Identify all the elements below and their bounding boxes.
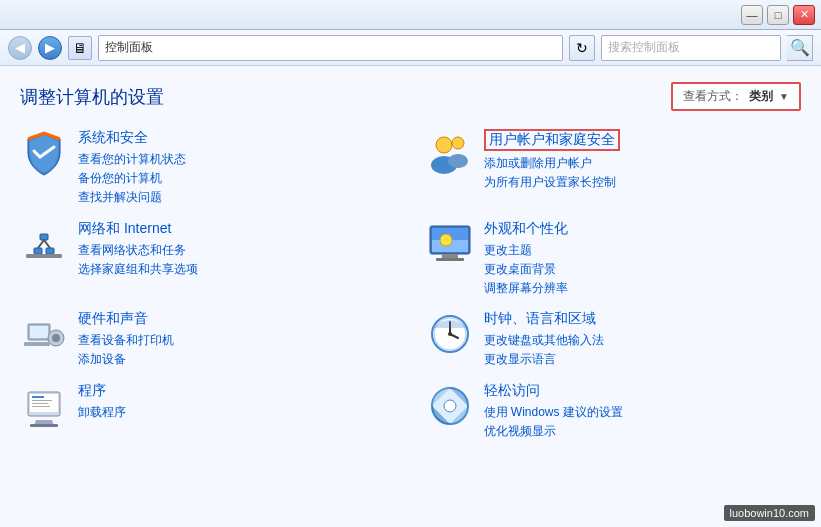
svg-rect-20 [24,342,50,346]
svg-rect-4 [34,248,42,254]
svg-rect-14 [436,258,464,261]
svg-rect-13 [442,254,458,258]
view-mode-label: 查看方式： [683,88,743,105]
hardware-title-link[interactable]: 硬件和声音 [78,310,396,328]
svg-rect-5 [46,248,54,254]
easy-icon [426,382,474,430]
programs-title-link[interactable]: 程序 [78,382,396,400]
category-user: 用户帐户和家庭安全 添加或删除用户帐户 为所有用户设置家长控制 [426,129,802,208]
address-bar[interactable]: 控制面板 [98,35,563,61]
category-hardware: 硬件和声音 查看设备和打印机 添加设备 [20,310,396,369]
address-text: 控制面板 [105,39,153,56]
title-bar: — □ ✕ [0,0,821,30]
hardware-sub1-link[interactable]: 查看设备和打印机 [78,331,396,350]
nav-icon: 🖥 [68,36,92,60]
view-mode-selector[interactable]: 查看方式： 类别 ▼ [671,82,801,111]
appearance-sub1-link[interactable]: 更改主题 [484,241,802,260]
appearance-sub3-link[interactable]: 调整屏幕分辨率 [484,279,802,298]
security-sub2-link[interactable]: 备份您的计算机 [78,169,396,188]
network-title-link[interactable]: 网络和 Internet [78,220,396,238]
svg-rect-32 [30,424,58,427]
svg-line-8 [44,240,50,248]
easy-sub1-link[interactable]: 使用 Windows 建议的设置 [484,403,802,422]
svg-rect-31 [32,406,50,407]
svg-point-34 [444,400,456,412]
category-appearance-text: 外观和个性化 更改主题 更改桌面背景 调整屏幕分辨率 [484,220,802,299]
svg-rect-29 [32,400,52,401]
maximize-button[interactable]: □ [767,5,789,25]
svg-point-25 [448,332,452,336]
category-clock-text: 时钟、语言和区域 更改键盘或其他输入法 更改显示语言 [484,310,802,369]
appearance-sub2-link[interactable]: 更改桌面背景 [484,260,802,279]
chevron-down-icon: ▼ [779,91,789,102]
svg-line-7 [38,240,44,248]
security-icon [20,129,68,177]
easy-title-link[interactable]: 轻松访问 [484,382,802,400]
appearance-title-link[interactable]: 外观和个性化 [484,220,802,238]
security-title-link[interactable]: 系统和安全 [78,129,396,147]
svg-rect-9 [26,254,62,258]
page-title: 调整计算机的设置 [20,85,164,109]
network-icon [20,220,68,268]
svg-point-15 [440,234,452,246]
svg-point-3 [448,154,468,168]
category-user-text: 用户帐户和家庭安全 添加或删除用户帐户 为所有用户设置家长控制 [484,129,802,192]
search-placeholder-text: 搜索控制面板 [608,39,680,56]
main-content: 调整计算机的设置 查看方式： 类别 ▼ [0,66,821,527]
easy-sub2-link[interactable]: 优化视频显示 [484,422,802,441]
categories-grid: 系统和安全 查看您的计算机状态 备份您的计算机 查找并解决问题 [20,129,801,441]
category-security-text: 系统和安全 查看您的计算机状态 备份您的计算机 查找并解决问题 [78,129,396,208]
network-sub1-link[interactable]: 查看网络状态和任务 [78,241,396,260]
user-sub1-link[interactable]: 添加或删除用户帐户 [484,154,802,173]
security-sub3-link[interactable]: 查找并解决问题 [78,188,396,207]
category-programs-text: 程序 卸载程序 [78,382,396,422]
security-sub1-link[interactable]: 查看您的计算机状态 [78,150,396,169]
category-easy-text: 轻松访问 使用 Windows 建议的设置 优化视频显示 [484,382,802,441]
svg-rect-30 [32,403,48,404]
clock-icon [426,310,474,358]
user-title-link[interactable]: 用户帐户和家庭安全 [484,129,620,151]
user-sub2-link[interactable]: 为所有用户设置家长控制 [484,173,802,192]
svg-point-19 [52,334,60,342]
svg-point-2 [452,137,464,149]
hardware-sub2-link[interactable]: 添加设备 [78,350,396,369]
hardware-icon [20,310,68,358]
category-security: 系统和安全 查看您的计算机状态 备份您的计算机 查找并解决问题 [20,129,396,208]
category-hardware-text: 硬件和声音 查看设备和打印机 添加设备 [78,310,396,369]
svg-rect-28 [32,396,44,398]
watermark: luobowin10.com [724,505,816,521]
window-controls: — □ ✕ [741,5,815,25]
clock-sub1-link[interactable]: 更改键盘或其他输入法 [484,331,802,350]
view-mode-value: 类别 [749,88,773,105]
minimize-button[interactable]: — [741,5,763,25]
forward-button[interactable]: ▶ [38,36,62,60]
svg-point-0 [436,137,452,153]
category-network: 网络和 Internet 查看网络状态和任务 选择家庭组和共享选项 [20,220,396,299]
navigation-bar: ◀ ▶ 🖥 控制面板 ↻ 搜索控制面板 🔍 [0,30,821,66]
clock-title-link[interactable]: 时钟、语言和区域 [484,310,802,328]
search-input[interactable]: 搜索控制面板 [601,35,781,61]
category-network-text: 网络和 Internet 查看网络状态和任务 选择家庭组和共享选项 [78,220,396,279]
appearance-icon [426,220,474,268]
user-icon [426,129,474,177]
category-programs: 程序 卸载程序 [20,382,396,441]
content-area: 调整计算机的设置 查看方式： 类别 ▼ [0,66,821,527]
close-button[interactable]: ✕ [793,5,815,25]
network-sub2-link[interactable]: 选择家庭组和共享选项 [78,260,396,279]
category-clock: 时钟、语言和区域 更改键盘或其他输入法 更改显示语言 [426,310,802,369]
back-button[interactable]: ◀ [8,36,32,60]
programs-sub1-link[interactable]: 卸载程序 [78,403,396,422]
category-appearance: 外观和个性化 更改主题 更改桌面背景 调整屏幕分辨率 [426,220,802,299]
category-easy: 轻松访问 使用 Windows 建议的设置 优化视频显示 [426,382,802,441]
search-button[interactable]: 🔍 [787,35,813,61]
programs-icon [20,382,68,430]
clock-sub2-link[interactable]: 更改显示语言 [484,350,802,369]
refresh-button[interactable]: ↻ [569,35,595,61]
svg-rect-6 [40,234,48,240]
svg-rect-17 [30,326,48,338]
content-header: 调整计算机的设置 查看方式： 类别 ▼ [20,82,801,111]
